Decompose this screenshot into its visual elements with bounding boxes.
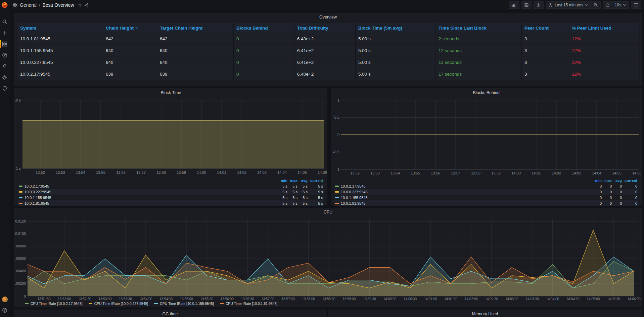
legend-row: 10.0.1.81:95455 s5 s5 s5 s [17, 200, 324, 206]
legend-column-max[interactable]: max [602, 179, 612, 183]
add-panel-icon [511, 3, 517, 7]
sidebar-item-alerting[interactable] [0, 63, 9, 70]
axis-tick-label: 13:51:30 [38, 297, 51, 301]
column-header-total-difficulty[interactable]: Total Difficulty [294, 23, 356, 33]
toolbar: Last 15 minutes 10s [509, 1, 641, 9]
panel-title-cpu[interactable]: CPU [15, 210, 641, 214]
legend-value: 5 s [287, 190, 297, 194]
axis-tick-label: 14:05 [297, 170, 307, 174]
panel-title-blocks-behind[interactable]: Blocks Behind [331, 90, 641, 95]
cpu-chart[interactable]: 0.01200.01000.008000.006000.004000.00200… [15, 215, 641, 302]
panel-title-overview[interactable]: Overview [15, 15, 641, 19]
cpu-legend-item[interactable]: CPU Time IRate [10.0.0.227:9545] [89, 302, 148, 306]
legend-row: 10.0.2.17:95455 s5 s5 s5 s [17, 183, 324, 189]
cell-peer-limit-used: 12% [569, 45, 639, 56]
sidebar-item-server-admin[interactable] [0, 85, 9, 92]
cell-system: 10.0.1.155:9545 [17, 45, 103, 56]
blocks-behind-chart[interactable]: 10.50-0.5-113:5213:5313:5413:5513:5613:5… [331, 96, 641, 177]
column-header-time-since-last-block[interactable]: Time Since Last Block [436, 23, 522, 33]
legend-column-avg[interactable]: avg [297, 179, 308, 183]
cell-system: 10.0.2.17:9545 [17, 68, 103, 80]
cycle-view-mode-button[interactable] [631, 1, 641, 9]
refresh-button[interactable] [603, 1, 612, 9]
cell-time-since-last-block: 17 seconds [436, 68, 522, 80]
column-header-peer-count[interactable]: Peer Count [522, 23, 569, 33]
breadcrumb: General / Besu Overview ☆ [13, 2, 89, 8]
legend-series-name[interactable]: 10.0.0.227:9545 [335, 190, 590, 194]
column-header-system[interactable]: System [17, 23, 103, 33]
star-icon[interactable]: ☆ [78, 2, 82, 8]
legend-series-name[interactable]: 10.0.2.17:9545 [19, 184, 276, 188]
legend-column-current[interactable]: current [308, 179, 323, 183]
legend-series-name[interactable]: 10.0.0.227:9545 [19, 190, 276, 194]
column-header-blocks-behind[interactable]: Blocks Behind [234, 23, 294, 33]
column-header-peer-limit-used[interactable]: % Peer Limit Used [569, 23, 639, 33]
legend-value: 5 s [297, 190, 308, 194]
apps-grid-icon [13, 3, 17, 7]
sidebar-item-dashboards[interactable] [0, 41, 9, 47]
save-dashboard-button[interactable] [521, 1, 532, 9]
cell-peer-count: 3 [522, 56, 569, 68]
legend-header-row: minmaxavgcurrent [17, 177, 324, 183]
legend-series-swatch-icon [335, 197, 339, 198]
panel-title-gc-time[interactable]: GC time [15, 312, 325, 316]
zoom-out-button[interactable] [591, 1, 601, 9]
legend-value: 0 [622, 190, 637, 194]
share-icon[interactable] [84, 3, 89, 7]
legend-column-min[interactable]: min [590, 179, 602, 183]
axis-tick-label: -1 [336, 167, 339, 171]
legend-value: 5 s [276, 184, 287, 188]
add-panel-button[interactable] [509, 1, 519, 9]
breadcrumb-dashboard[interactable]: Besu Overview [42, 2, 74, 8]
legend-column-current[interactable]: current [622, 179, 637, 183]
panel-title-block-time[interactable]: Block Time [15, 90, 327, 95]
refresh-interval-picker[interactable]: 10s [612, 1, 629, 9]
legend-value: 0 [622, 201, 637, 205]
dashboard-settings-button[interactable] [534, 1, 544, 9]
axis-tick-label: 0 [337, 133, 339, 137]
legend-value: 0 [602, 201, 612, 205]
sidebar-item-configuration[interactable] [0, 74, 9, 81]
cell-peer-count: 3 [522, 33, 569, 44]
legend-column-max[interactable]: max [287, 179, 297, 183]
cpu-legend-item[interactable]: CPU Time IRate [10.0.1.81:9545] [220, 302, 278, 306]
axis-tick-label: 14:01 [217, 170, 226, 174]
column-header-target-chain-height[interactable]: Target Chain Height [157, 23, 234, 33]
cpu-legend-item[interactable]: CPU Time IRate [10.0.1.155:9545] [154, 302, 214, 306]
blocks-behind-legend: minmaxavgcurrent10.0.2.17:9545000010.0.0… [334, 177, 639, 206]
cpu-legend: CPU Time IRate [10.0.2.17:9545]CPU Time … [25, 302, 277, 306]
sort-caret-icon [135, 27, 138, 29]
legend-series-name[interactable]: 10.0.1.155:9545 [335, 196, 590, 200]
grafana-logo-icon[interactable] [1, 2, 8, 8]
axis-tick-label: 13:55:30 [200, 297, 213, 301]
legend-series-swatch-icon [19, 197, 22, 198]
breadcrumb-folder[interactable]: General [20, 2, 37, 8]
user-avatar[interactable] [2, 296, 8, 302]
legend-value: 0 [590, 190, 602, 194]
legend-series-name[interactable]: 10.0.2.17:9545 [335, 184, 590, 188]
refresh-icon [605, 3, 610, 7]
panel-gc-time: GC time [14, 310, 326, 317]
legend-series-name[interactable]: 10.0.1.81:9545 [335, 201, 590, 205]
legend-column-avg[interactable]: avg [612, 179, 622, 183]
axis-tick-label: 13:53:00 [98, 297, 111, 301]
time-range-picker[interactable]: Last 15 minutes [546, 1, 591, 9]
legend-series-name[interactable]: 10.0.1.81:9545 [19, 201, 276, 205]
sidebar-item-create[interactable] [0, 30, 9, 36]
axis-tick-label: 0 [24, 294, 26, 298]
panel-title-memory-used[interactable]: Memory Used [329, 312, 641, 316]
sidebar-item-help[interactable] [0, 307, 9, 314]
sidebar-item-explore[interactable] [0, 52, 9, 58]
legend-column-min[interactable]: min [276, 179, 287, 183]
block-time-chart[interactable]: 10 s1 s13:5213:5313:5413:5513:5613:5713:… [15, 96, 327, 177]
legend-series-swatch-icon [335, 191, 339, 193]
column-header-block-time[interactable]: Block Time (5m avg) [356, 23, 436, 33]
legend-series-name[interactable]: 10.0.1.155:9545 [19, 196, 276, 200]
cpu-legend-item[interactable]: CPU Time IRate [10.0.2.17:9545] [25, 302, 83, 306]
table-row: 10.0.2.17:954563963906.40e+25.00 s17 sec… [17, 68, 639, 80]
column-header-chain-height[interactable]: Chain Height [103, 23, 157, 33]
sidebar-item-search[interactable] [0, 18, 9, 25]
axis-tick-label: 13:54 [390, 171, 400, 175]
legend-row: 10.0.0.227:95455 s5 s5 s5 s [17, 189, 324, 195]
search-icon [2, 19, 7, 25]
